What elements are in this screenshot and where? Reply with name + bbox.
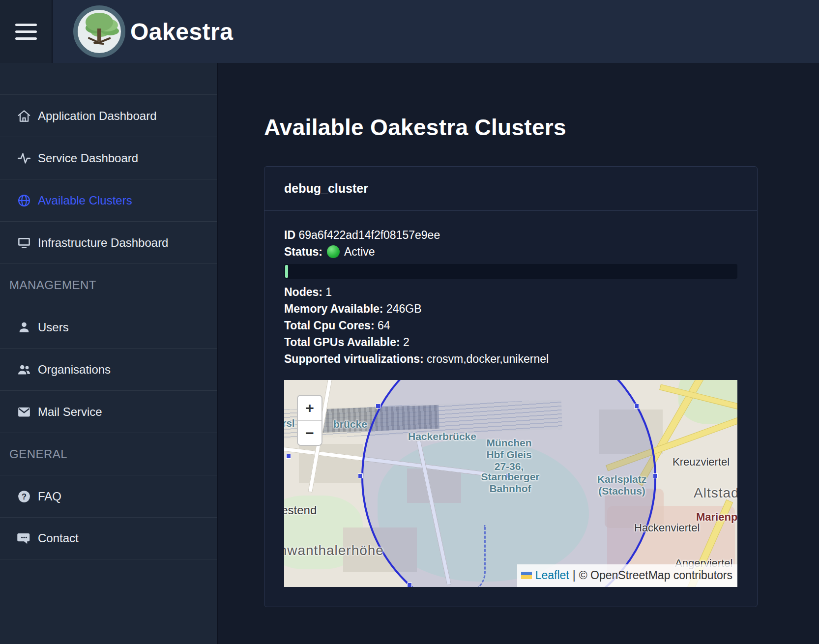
brand: Oakestra — [53, 0, 233, 63]
map-label: Altstadt — [694, 485, 737, 501]
circle-edit-handle[interactable] — [358, 473, 363, 478]
map-label: Hackenviertel — [634, 520, 700, 536]
svg-text:?: ? — [22, 492, 27, 500]
sidebar-item-application-dashboard[interactable]: Application Dashboard — [0, 94, 217, 137]
circle-edit-handle[interactable] — [634, 404, 639, 409]
sidebar-item-infrastructure-dashboard[interactable]: Infrastructure Dashboard — [0, 221, 217, 263]
oakestra-logo-icon — [73, 5, 125, 58]
sidebar-item-label: Mail Service — [38, 405, 102, 419]
home-icon — [17, 109, 31, 123]
cluster-field-gpu: Total GPUs Available: 2 — [284, 334, 737, 351]
cluster-load-bar-fill — [285, 265, 288, 278]
cluster-status-value: Active — [344, 243, 375, 260]
map-label: Starnberger Bahnhof — [473, 471, 547, 495]
cluster-field-memory: Memory Available: 246GB — [284, 300, 737, 317]
cluster-load-bar — [284, 264, 737, 279]
map-attribution: Leaflet | © OpenStreetMap contributors — [517, 564, 737, 587]
map-label: Hackerbrücke — [408, 431, 476, 442]
server-icon — [17, 235, 31, 250]
main-content: Available Oakestra Clusters debug_cluste… — [218, 63, 819, 644]
osm-attribution-text: © OpenStreetMap contributors — [579, 567, 732, 584]
cluster-card: debug_cluster ID 69a6f422ad14f2f08157e9e… — [264, 166, 758, 607]
status-active-icon — [327, 245, 340, 258]
app-title: Oakestra — [130, 18, 233, 45]
map-label: rsl — [284, 417, 295, 429]
sidebar-item-contact[interactable]: Contact — [0, 517, 217, 559]
map-label: Kreuzviertel — [673, 454, 730, 470]
activity-icon — [17, 151, 31, 166]
cluster-status-label: Status: — [284, 243, 322, 260]
page-title: Available Oakestra Clusters — [264, 114, 819, 141]
map-label: Schwanthalerhöhe — [284, 542, 384, 559]
sidebar-item-label: Users — [38, 321, 69, 334]
cluster-status-line: Status: Active — [284, 243, 737, 260]
sidebar-item-label: Available Clusters — [38, 194, 132, 207]
circle-edit-handle[interactable] — [407, 583, 412, 587]
zoom-out-button[interactable]: − — [298, 420, 322, 445]
users-icon — [17, 362, 31, 377]
cluster-id-label: ID — [284, 229, 295, 241]
sidebar-item-service-dashboard[interactable]: Service Dashboard — [0, 137, 217, 179]
sidebar-item-users[interactable]: Users — [0, 306, 217, 348]
cluster-field-nodes: Nodes: 1 — [284, 284, 737, 300]
help-icon: ? — [17, 489, 31, 504]
hamburger-icon — [15, 24, 37, 40]
mail-icon — [17, 405, 31, 419]
map-zoom-control: + − — [297, 395, 322, 446]
user-icon — [17, 320, 31, 335]
sidebar-section-general: GENERAL — [0, 433, 217, 475]
sidebar: Application Dashboard Service Dashboard … — [0, 63, 218, 644]
map-label: Westend — [284, 502, 317, 519]
attribution-separator: | — [573, 567, 576, 584]
globe-icon — [17, 193, 31, 208]
sidebar-item-organisations[interactable]: Organisations — [0, 348, 217, 390]
leaflet-attribution-link[interactable]: Leaflet — [535, 567, 569, 584]
map-label: München Hbf Gleis 27-36, — [478, 437, 540, 472]
sidebar-section-management: MANAGEMENT — [0, 263, 217, 306]
sidebar-item-label: Service Dashboard — [38, 151, 138, 165]
sidebar-item-label: Organisations — [38, 363, 111, 377]
sidebar-toggle-button[interactable] — [0, 0, 53, 63]
sidebar-item-faq[interactable]: ? FAQ — [0, 475, 217, 517]
sidebar-item-label: Infrastructure Dashboard — [38, 236, 168, 250]
cluster-name: debug_cluster — [264, 167, 757, 211]
sidebar-item-mail-service[interactable]: Mail Service — [0, 390, 217, 433]
cluster-map[interactable]: rsl brücke Hackerbrücke München Hbf Glei… — [284, 380, 737, 587]
zoom-in-button[interactable]: + — [298, 396, 322, 420]
top-header: Oakestra — [0, 0, 819, 63]
cluster-id-value: 69a6f422ad14f2f08157e9ee — [298, 229, 440, 241]
ukraine-flag-icon — [521, 572, 532, 579]
map-label: Karlsplatz (Stachus) — [585, 473, 659, 497]
sidebar-item-label: FAQ — [38, 490, 61, 503]
map-label: brücke — [333, 418, 367, 430]
cluster-field-virtualizations: Supported virtualizations: crosvm,docker… — [284, 351, 737, 367]
circle-edit-handle[interactable] — [376, 404, 380, 409]
cluster-id-line: ID 69a6f422ad14f2f08157e9ee — [284, 227, 737, 243]
chat-icon — [17, 531, 31, 546]
sidebar-item-label: Contact — [38, 531, 79, 545]
map-dashed-path — [456, 525, 486, 587]
sidebar-item-label: Application Dashboard — [38, 109, 157, 123]
cluster-field-cpu: Total Cpu Cores: 64 — [284, 317, 737, 334]
map-label: Marienpl — [696, 509, 737, 526]
circle-edit-handle[interactable] — [286, 454, 291, 459]
sidebar-item-available-clusters[interactable]: Available Clusters — [0, 179, 217, 221]
